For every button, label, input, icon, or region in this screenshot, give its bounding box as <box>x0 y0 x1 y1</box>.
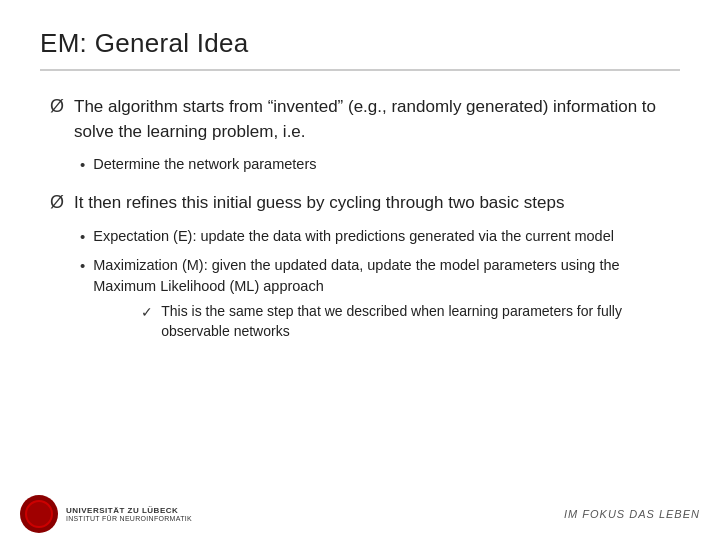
sub-1-text: Determine the network parameters <box>93 154 316 175</box>
bullet-1-sub-list: • Determine the network parameters <box>80 154 670 175</box>
bullet-2-sub-list: • Expectation (E): update the data with … <box>80 226 670 346</box>
bullet-2-symbol: Ø <box>50 192 64 213</box>
check-text: This is the same step that we described … <box>161 301 670 342</box>
bullet-1-main: Ø The algorithm starts from “invented” (… <box>50 95 670 144</box>
check-sub-list: ✓ This is the same step that we describe… <box>141 301 670 342</box>
bullet-2-section: Ø It then refines this initial guess by … <box>50 191 670 345</box>
sub-e-text: Expectation (E): update the data with pr… <box>93 226 614 247</box>
logo-text-line2: INSTITUT FÜR NEURO­INFORMATIK <box>66 515 192 522</box>
sub-e-symbol: • <box>80 228 85 245</box>
bullet-1-text: The algorithm starts from “invented” (e.… <box>74 95 670 144</box>
title-area: EM: General Idea <box>40 28 680 71</box>
sub-m-text: Maximization (M): given the updated data… <box>93 255 670 346</box>
logo-circle-icon <box>20 495 58 533</box>
slide-title: EM: General Idea <box>40 28 680 59</box>
check-1: ✓ This is the same step that we describe… <box>141 301 670 342</box>
logo-text-block: UNIVERSITÄT ZU LÜBECK INSTITUT FÜR NEURO… <box>66 506 192 522</box>
bullet-2-sub-m: • Maximization (M): given the updated da… <box>80 255 670 346</box>
sub-m-symbol: • <box>80 257 85 274</box>
bullet-2-main: Ø It then refines this initial guess by … <box>50 191 670 216</box>
footer-slogan: IM FOKUS DAS LEBEN <box>564 508 700 520</box>
sub-1-symbol: • <box>80 156 85 173</box>
bullet-1-section: Ø The algorithm starts from “invented” (… <box>50 95 670 175</box>
bullet-1-symbol: Ø <box>50 96 64 117</box>
bullet-2-text: It then refines this initial guess by cy… <box>74 191 564 216</box>
footer: UNIVERSITÄT ZU LÜBECK INSTITUT FÜR NEURO… <box>0 488 720 540</box>
logo-text-line1: UNIVERSITÄT ZU LÜBECK <box>66 506 192 515</box>
check-symbol: ✓ <box>141 302 153 322</box>
logo-inner-icon <box>25 500 53 528</box>
footer-logo: UNIVERSITÄT ZU LÜBECK INSTITUT FÜR NEURO… <box>20 495 192 533</box>
bullet-1-sub-1: • Determine the network parameters <box>80 154 670 175</box>
bullet-2-sub-e: • Expectation (E): update the data with … <box>80 226 670 247</box>
slide-container: EM: General Idea Ø The algorithm starts … <box>0 0 720 540</box>
content-area: Ø The algorithm starts from “invented” (… <box>40 95 680 346</box>
